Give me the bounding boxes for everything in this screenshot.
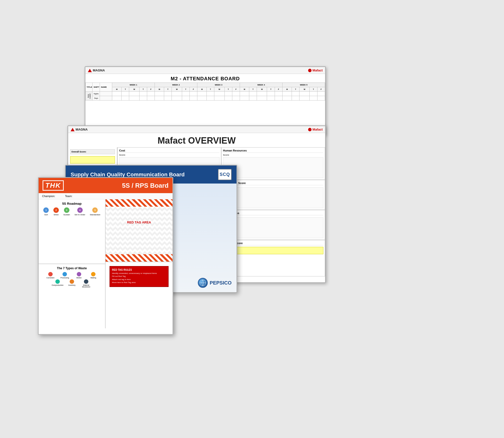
mafact-logo: Mafact <box>308 68 323 72</box>
sort-label: Sort <box>44 214 48 216</box>
waste-overproduction: Overproduction <box>51 279 64 288</box>
red-tag-top-stripe <box>106 199 173 207</box>
attendance-board-title: M2 - ATTENDANCE BOARD <box>85 74 325 83</box>
material-label: Material Movement <box>79 284 93 288</box>
week4-header: WEEK 4 <box>240 83 283 87</box>
day-f4: F <box>275 87 282 92</box>
day-t3: T <box>207 87 214 92</box>
thk-board: THK 5S / RPS Board Champion: Team: 5S Ro… <box>38 177 173 335</box>
attendance-table: TITLE SHIFT NAME WEEK 1 WEEK 2 WEEK 3 WE… <box>85 83 325 101</box>
shift-days: Days <box>93 96 100 101</box>
red-tag-bottom-stripe <box>106 254 173 262</box>
thk-header: THK 5S / RPS Board <box>39 178 173 193</box>
week1-header: WEEK 1 <box>112 83 155 87</box>
area-leader-title: Area Leader <box>86 92 93 101</box>
rules-title: RED TAG RULES <box>112 269 166 271</box>
week5-header: WEEK 5 <box>282 83 325 87</box>
day-m5: M <box>282 87 292 92</box>
overall-score-label: Overall Score: <box>70 149 115 154</box>
waste-motion: Motion <box>72 272 86 279</box>
shift-nights: Nights <box>93 92 100 96</box>
processing-label: Processing <box>58 277 72 279</box>
col-name: NAME <box>100 83 112 92</box>
hr-content <box>223 157 323 178</box>
mafact-label-2: Mafact <box>313 128 323 131</box>
5s-steps: 1 Sort 2 Shine 3 Sustain 4 <box>41 207 103 216</box>
sustain-label: Sustain <box>63 214 70 216</box>
hr-score-label: Score <box>223 154 323 156</box>
rule-4: Move item to Red Tag area <box>112 281 166 284</box>
day-t5b: T <box>310 87 317 92</box>
team-label: Team: <box>65 195 72 198</box>
sustain-icon: 3 <box>64 207 69 213</box>
rule-3: Attach red tag to item <box>112 278 166 281</box>
day-f3: F <box>232 87 240 92</box>
waste-material: Material Movement <box>79 279 93 288</box>
material-icon <box>84 279 88 284</box>
red-tag-rules: RED TAG RULES Identify unneeded, unneces… <box>110 266 169 287</box>
day-f2: F <box>189 87 197 92</box>
waiting-icon <box>91 272 95 276</box>
potential2-value <box>223 247 323 254</box>
pepsico-label: PEPSICO <box>210 280 232 286</box>
name-days <box>100 96 112 101</box>
waste-processing: Processing <box>58 272 72 279</box>
day-m3: M <box>197 87 207 92</box>
step-standardize: 5 Standardize <box>90 207 100 216</box>
day-f5: F <box>317 87 325 92</box>
thk-body: 5S Roadmap 1 Sort 2 Shine 3 Sustain <box>39 199 173 328</box>
overproduction-icon <box>55 279 60 284</box>
waste-correction: Correction <box>44 272 57 279</box>
day-t4: T <box>249 87 257 92</box>
cost-score-label: Score <box>119 154 220 156</box>
set-in-order-label: Set In Order <box>75 214 85 216</box>
waste-title: The 7 Types of Waste <box>41 267 103 270</box>
attendance-board: MAGNA Mafact M2 - ATTENDANCE BOARD TITLE… <box>85 66 326 135</box>
day-t3b: T <box>224 87 232 92</box>
motion-label: Motion <box>72 277 86 279</box>
hr-label: Human Resources <box>223 149 323 153</box>
day-t5: T <box>292 87 299 92</box>
shine-label: Shine <box>54 214 59 216</box>
day-w2: W <box>172 87 182 92</box>
magna-triangle-icon-2 <box>71 128 75 131</box>
scq-logo: SCQ <box>218 169 232 180</box>
thk-left-column: 5S Roadmap 1 Sort 2 Shine 3 Sustain <box>39 199 106 328</box>
scene: MAGNA Mafact M2 - ATTENDANCE BOARD TITLE… <box>31 47 473 391</box>
set-in-order-icon: 4 <box>77 207 83 213</box>
day-t4b: T <box>267 87 275 92</box>
col-title: TITLE <box>86 83 93 92</box>
qs2-content <box>223 187 323 208</box>
thk-waste: The 7 Types of Waste Correction Processi… <box>39 264 105 328</box>
day-w5: W <box>299 87 310 92</box>
day-t1: T <box>122 87 129 92</box>
cost-label: Cost <box>119 149 220 153</box>
week3-header: WEEK 3 <box>197 83 240 87</box>
day-f1: F <box>147 87 155 92</box>
table-row: Area Leader Nights <box>86 92 325 96</box>
red-tag-area: RED TAG AREA <box>106 199 173 262</box>
step-set-in-order: 4 Set In Order <box>75 207 85 216</box>
day-w3: W <box>214 87 224 92</box>
thk-meta: Champion: Team: <box>39 193 173 199</box>
pepsico-globe-icon <box>198 278 208 288</box>
step-shine: 2 Shine <box>53 207 59 216</box>
thk-right-column: RED TAG AREA RED TAG RULES Identify unne… <box>106 199 173 328</box>
waiting-label: Waiting <box>87 277 100 279</box>
overall-score-value <box>70 156 115 164</box>
magna-triangle-icon <box>88 69 92 72</box>
day-w1: W <box>129 87 139 92</box>
thk-board-title: 5S / RPS Board <box>122 182 169 189</box>
standardize-icon: 5 <box>92 207 98 213</box>
waste-waiting: Waiting <box>87 272 100 279</box>
day-m1: M <box>112 87 122 92</box>
rule-1: Identify unneeded, unnecessary or mispla… <box>112 272 166 275</box>
thk-roadmap: 5S Roadmap 1 Sort 2 Shine 3 Sustain <box>39 199 105 264</box>
overproduction-label: Overproduction <box>51 284 64 286</box>
scq-title: Supply Chain Quality Communication Board <box>71 171 185 178</box>
name-nights <box>100 92 112 96</box>
red-tag-label: RED TAG AREA <box>106 220 173 224</box>
action2-label: Action Items <box>223 212 323 215</box>
sort-icon: 1 <box>43 207 49 213</box>
mafact-label: Mafact <box>313 68 323 72</box>
